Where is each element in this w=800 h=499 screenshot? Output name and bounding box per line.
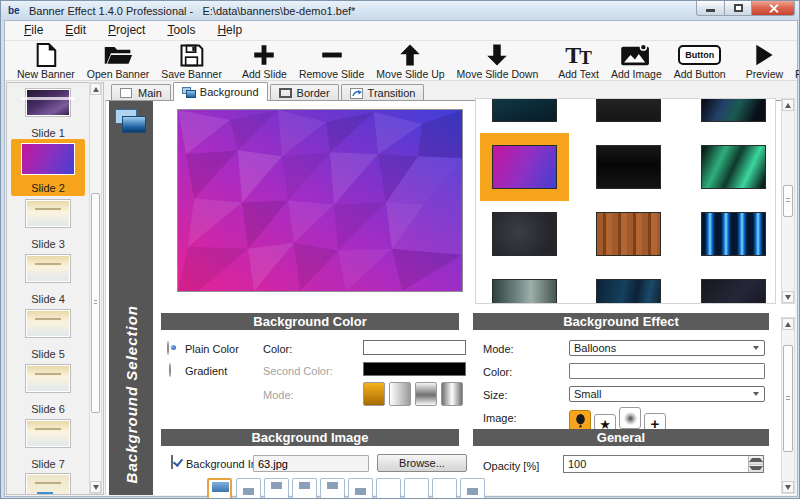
spin-down-button[interactable]: [749, 464, 763, 473]
plain-color-radio[interactable]: [167, 341, 169, 355]
scroll-down-button[interactable]: [782, 291, 794, 303]
slide-item-6[interactable]: Slide 6: [13, 363, 83, 416]
opacity-spinner[interactable]: 100: [563, 455, 764, 473]
background-option[interactable]: [492, 212, 557, 256]
menu-help-rest: elp: [226, 23, 242, 37]
image-position-button[interactable]: [376, 478, 401, 499]
tab-background[interactable]: Background: [173, 82, 268, 101]
gradient-radio[interactable]: [169, 363, 171, 377]
browse-button[interactable]: Browse...: [377, 454, 467, 472]
background-option[interactable]: [596, 98, 661, 122]
settings-scrollbar[interactable]: [781, 317, 795, 494]
scroll-up-button[interactable]: [782, 99, 794, 111]
close-button[interactable]: [752, 1, 795, 16]
background-option[interactable]: [701, 145, 766, 189]
add-image-button[interactable]: Add Image: [605, 41, 668, 80]
minus-icon: [319, 42, 345, 68]
gallery-scrollbar[interactable]: [781, 98, 795, 304]
slide-panel-scrollbar[interactable]: [89, 82, 102, 494]
tab-main[interactable]: Main: [111, 84, 171, 101]
tab-border[interactable]: Border: [270, 84, 339, 101]
gradient-mode-horizontal[interactable]: [389, 382, 411, 406]
gradient-mode-mirror-horizontal[interactable]: [441, 382, 463, 406]
menu-edit-rest: dit: [73, 23, 86, 37]
tab-transition[interactable]: Transition: [341, 84, 425, 101]
gradient-mode-mirror-vertical[interactable]: [415, 382, 437, 406]
tab-transition-label: Transition: [368, 87, 416, 99]
tab-strip: Main Background Border Transition: [111, 82, 426, 101]
image-position-button[interactable]: [292, 478, 317, 499]
minimize-icon: [706, 9, 715, 12]
triangle-up-icon: [785, 103, 791, 108]
soft-dot-icon-button[interactable]: [619, 407, 641, 429]
remove-slide-button[interactable]: Remove Slide: [293, 41, 370, 80]
image-position-button[interactable]: [460, 478, 485, 499]
slide-thumbnail: [26, 89, 70, 116]
slide-item-3[interactable]: Slide 3: [13, 198, 83, 251]
move-slide-down-button[interactable]: Move Slide Down: [451, 41, 545, 80]
preview-slide-button[interactable]: Preview slide: [789, 41, 800, 80]
spin-up-button[interactable]: [749, 456, 763, 464]
gradient-mode-vertical[interactable]: [363, 382, 385, 406]
effect-mode-dropdown[interactable]: Balloons: [569, 340, 765, 356]
background-option-selected[interactable]: [492, 145, 557, 189]
menu-project[interactable]: Project: [97, 21, 156, 40]
background-image-filename[interactable]: [253, 455, 369, 472]
image-position-button[interactable]: [348, 478, 373, 499]
background-gallery: [475, 98, 776, 304]
scrollbar-grip: [94, 300, 97, 306]
background-option[interactable]: [492, 279, 557, 304]
image-position-button[interactable]: [432, 478, 457, 499]
background-option[interactable]: [492, 98, 557, 122]
background-option[interactable]: [701, 279, 766, 304]
background-option[interactable]: [596, 212, 661, 256]
add-button-button[interactable]: Button Add Button: [668, 41, 732, 80]
add-slide-button[interactable]: Add Slide: [236, 41, 293, 80]
scroll-down-button[interactable]: [90, 481, 101, 493]
slide-item-5[interactable]: Slide 5: [13, 308, 83, 361]
background-image-checkbox[interactable]: [171, 455, 173, 469]
move-slide-up-button[interactable]: Move Slide Up: [370, 41, 450, 80]
scroll-up-button[interactable]: [782, 318, 794, 330]
scrollbar-thumb[interactable]: [91, 193, 100, 413]
slide-item-1[interactable]: Slide 1: [13, 87, 83, 140]
add-text-button[interactable]: TT Add Text: [552, 41, 605, 80]
title-bar: be Banner Effect 1.4.0 Professional - E:…: [1, 1, 799, 21]
maximize-icon: [734, 4, 743, 12]
effect-image-label: Image:: [483, 412, 517, 424]
background-color-header: Background Color: [161, 313, 459, 330]
image-position-button[interactable]: [320, 478, 345, 499]
image-position-button[interactable]: [404, 478, 429, 499]
color-swatch[interactable]: [363, 340, 466, 355]
menu-tools[interactable]: Tools: [156, 21, 206, 40]
background-option[interactable]: [701, 212, 766, 256]
menu-file[interactable]: File: [13, 21, 54, 40]
image-position-button[interactable]: [236, 478, 261, 499]
menu-edit[interactable]: Edit: [54, 21, 97, 40]
scroll-up-button[interactable]: [90, 83, 101, 95]
slide-item-4[interactable]: Slide 4: [13, 253, 83, 306]
slide-item-7[interactable]: Slide 7: [13, 418, 83, 471]
menu-help[interactable]: Help: [206, 21, 253, 40]
background-option[interactable]: [701, 98, 766, 122]
slide-item-2[interactable]: Slide 2: [11, 139, 85, 196]
preview-button[interactable]: Preview: [740, 41, 789, 80]
minimize-button[interactable]: [696, 1, 725, 16]
effect-size-dropdown[interactable]: Small: [569, 386, 765, 402]
second-color-swatch[interactable]: [363, 362, 466, 376]
scrollbar-thumb[interactable]: [783, 345, 793, 452]
slide-item-8-partial[interactable]: [13, 472, 83, 495]
maximize-button[interactable]: [725, 1, 752, 16]
save-banner-button[interactable]: Save Banner: [155, 41, 228, 80]
scroll-down-button[interactable]: [782, 481, 794, 493]
background-option[interactable]: [596, 279, 661, 304]
plus-icon: [251, 42, 277, 68]
new-banner-button[interactable]: New Banner: [11, 41, 81, 80]
image-position-button[interactable]: [264, 478, 289, 499]
image-position-button[interactable]: [207, 478, 232, 499]
background-selection-title: Background Selection: [109, 141, 153, 483]
open-banner-button[interactable]: Open Banner: [81, 41, 155, 80]
effect-color-field[interactable]: [569, 363, 765, 379]
background-option[interactable]: [596, 145, 661, 189]
scrollbar-thumb[interactable]: [783, 185, 793, 217]
